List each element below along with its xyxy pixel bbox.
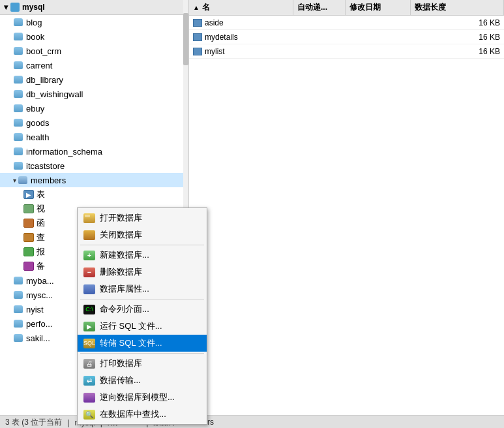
cell-size-mydetails: 16 KB: [411, 33, 504, 42]
status-count: 3 表 (3 位于当前: [5, 417, 62, 428]
menu-item-reverse[interactable]: 逆向数据库到模型...: [78, 389, 207, 406]
col-header-date: 修改日期: [346, 0, 411, 15]
tree-label-information_schema: information_schema: [26, 147, 102, 157]
tree-item-db_library[interactable]: db_library: [0, 72, 188, 87]
db-icon-health: [13, 132, 23, 142]
menu-item-cmd-line[interactable]: C:\ 命令列介面...: [78, 301, 207, 318]
menu-item-del-db[interactable]: − 删除数据库: [78, 264, 207, 281]
right-panel: ▲ 名 自动递... 修改日期 数据长度 aside 16 KB: [189, 0, 504, 415]
tree-item-health[interactable]: health: [0, 130, 188, 144]
find-in-db-icon: 🔍: [83, 408, 96, 421]
db-icon-perfo: [13, 318, 23, 329]
divider-2: [80, 299, 204, 299]
del-db-icon: −: [83, 266, 96, 279]
tree-item-carrent[interactable]: carrent: [0, 58, 188, 72]
cell-name-mydetails: mydetails: [189, 33, 293, 42]
table-icon: ▶: [23, 190, 34, 199]
db-icon-mysc: [13, 290, 23, 300]
tree-label-goods: goods: [26, 118, 49, 128]
close-db-icon: [83, 228, 96, 241]
menu-item-find-in-db[interactable]: 🔍 在数据库中查找...: [78, 406, 207, 423]
db-icon-myba: [13, 275, 23, 286]
tree-root-label: mysql: [22, 3, 45, 12]
tree-item-members-tables[interactable]: ▶ 表: [0, 187, 188, 202]
menu-item-open-db[interactable]: 打开数据库: [78, 209, 207, 226]
tree-item-goods[interactable]: goods: [0, 115, 188, 130]
menu-label-close-db: 关闭数据库: [100, 229, 142, 241]
queries-icon: [23, 233, 34, 242]
chevron-down-icon: ▾: [4, 3, 8, 12]
tree-label-book: book: [26, 32, 44, 42]
tree-label-itcaststore: itcaststore: [26, 161, 65, 171]
sort-arrow-name: ▲: [193, 4, 200, 11]
tree-item-book[interactable]: book: [0, 29, 188, 44]
col-header-auto: 自动递...: [293, 0, 346, 15]
tree-item-information_schema[interactable]: information_schema: [0, 144, 188, 159]
reports-icon: [23, 247, 34, 256]
menu-label-del-db: 删除数据库: [100, 266, 142, 278]
tree-label-health: health: [26, 132, 49, 142]
menu-label-find-in-db: 在数据库中查找...: [100, 408, 166, 420]
db-icon-ebuy: [13, 103, 23, 114]
data-transfer-icon: ⇄: [83, 374, 96, 387]
table-row-aside[interactable]: aside 16 KB: [189, 16, 504, 30]
views-icon: [23, 204, 34, 213]
table-header: ▲ 名 自动递... 修改日期 数据长度: [189, 0, 504, 16]
scrollbar-thumb[interactable]: [183, 13, 188, 65]
tree-item-members[interactable]: ▾ members: [0, 173, 188, 187]
menu-label-db-props: 数据库属性...: [100, 283, 149, 295]
table-row-mylist[interactable]: mylist 16 KB: [189, 44, 504, 59]
tree-label-members-backup: 备: [37, 260, 45, 272]
menu-label-data-transfer: 数据传输...: [100, 374, 141, 386]
db-icon-blog: [13, 17, 23, 27]
col-header-size: 数据长度: [411, 0, 504, 15]
tree-item-itcaststore[interactable]: itcaststore: [0, 159, 188, 173]
tree-label-carrent: carrent: [26, 61, 52, 70]
col-label-date: 修改日期: [349, 2, 381, 13]
funcs-icon: [23, 219, 34, 228]
table-row-mydetails[interactable]: mydetails 16 KB: [189, 30, 504, 44]
menu-label-open-db: 打开数据库: [100, 212, 142, 224]
menu-item-data-transfer[interactable]: ⇄ 数据传输...: [78, 372, 207, 389]
run-sql-icon: ▶: [83, 320, 96, 333]
menu-label-print-db: 打印数据库: [100, 358, 142, 369]
tree-item-boot_crm[interactable]: boot_crm: [0, 44, 188, 58]
db-icon-nyist: [13, 304, 23, 314]
tree-label-nyist: nyist: [26, 305, 44, 314]
tree-label-myba: myba...: [26, 276, 54, 286]
mysql-icon: [10, 3, 20, 12]
tree-label-db_library: db_library: [26, 75, 63, 85]
db-icon-members: [18, 175, 28, 185]
tree-label-db_wishingwall: db_wishingwall: [26, 89, 83, 99]
menu-item-close-db[interactable]: 关闭数据库: [78, 226, 207, 243]
menu-label-reverse: 逆向数据库到模型...: [100, 391, 175, 403]
tree-label-perfo: perfo...: [26, 319, 52, 329]
menu-item-db-props[interactable]: 数据库属性...: [78, 281, 207, 298]
context-menu: 打开数据库 关闭数据库 + 新建数据库... − 删除数据库 数据库属性... …: [77, 207, 207, 425]
menu-label-transfer-sql: 转储 SQL 文件...: [100, 337, 162, 349]
db-icon-information_schema: [13, 146, 23, 157]
tree-label-members-funcs: 函: [37, 217, 45, 229]
menu-item-print-db[interactable]: 🖨 打印数据库: [78, 355, 207, 372]
col-label-auto: 自动递...: [297, 2, 327, 13]
cmd-line-icon: C:\: [83, 303, 96, 316]
menu-item-new-db[interactable]: + 新建数据库...: [78, 247, 207, 264]
tree-label-mysc: mysc...: [26, 290, 53, 300]
menu-item-run-sql[interactable]: ▶ 运行 SQL 文件...: [78, 318, 207, 335]
menu-label-cmd-line: 命令列介面...: [100, 303, 149, 315]
tree-item-blog[interactable]: blog: [0, 15, 188, 29]
db-props-icon: [83, 283, 96, 296]
db-icon-db_wishingwall: [13, 89, 23, 99]
db-icon-boot_crm: [13, 46, 23, 56]
tree-label-members-tables: 表: [37, 189, 45, 200]
tree-item-db_wishingwall[interactable]: db_wishingwall: [0, 87, 188, 101]
col-label-name: 名: [202, 2, 210, 13]
menu-label-new-db: 新建数据库...: [100, 249, 149, 261]
new-db-icon: +: [83, 249, 96, 262]
menu-item-transfer-sql[interactable]: SQL 转储 SQL 文件...: [78, 335, 207, 352]
tree-label-members-reports: 报: [37, 246, 45, 258]
db-icon-sakil: [13, 333, 23, 343]
status-separator-1: |: [67, 418, 69, 427]
tree-item-ebuy[interactable]: ebuy: [0, 101, 188, 115]
db-icon-db_library: [13, 74, 23, 85]
